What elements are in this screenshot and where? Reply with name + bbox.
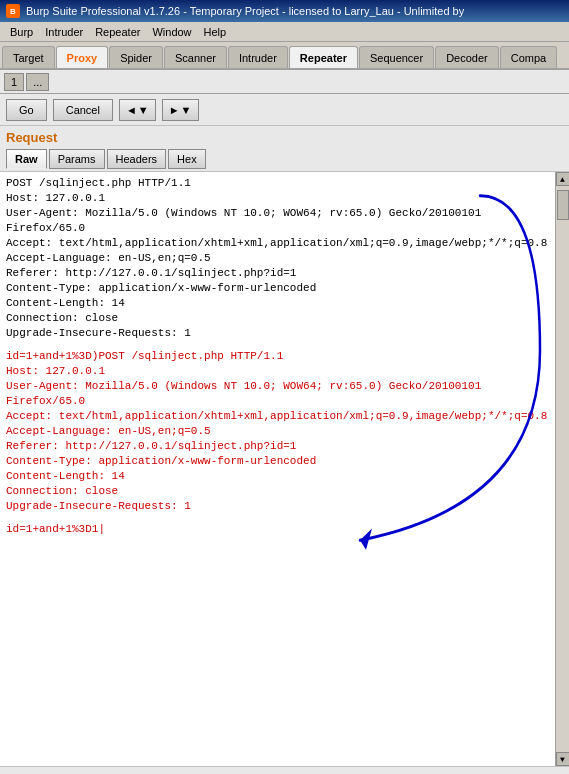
tab-compa[interactable]: Compa	[500, 46, 557, 68]
nav-forward-icon: ►	[169, 104, 180, 116]
toolbar: Go Cancel ◄ ▼ ► ▼	[0, 94, 569, 126]
nav-back-icon: ◄	[126, 104, 137, 116]
cancel-button[interactable]: Cancel	[53, 99, 113, 121]
scroll-thumb[interactable]	[557, 190, 569, 220]
req-line-5: Accept-Language: en-US,en;q=0.5	[6, 251, 549, 266]
nav-forward-button[interactable]: ► ▼	[162, 99, 199, 121]
go-button[interactable]: Go	[6, 99, 47, 121]
req-line-3: Firefox/65.0	[6, 221, 549, 236]
req-red-7: Content-Type: application/x-www-form-url…	[6, 454, 549, 469]
tab-intruder[interactable]: Intruder	[228, 46, 288, 68]
secondary-bar: 1 ...	[0, 70, 569, 94]
menu-intruder[interactable]: Intruder	[39, 24, 89, 40]
subtab-params[interactable]: Params	[49, 149, 105, 169]
tab-decoder[interactable]: Decoder	[435, 46, 499, 68]
req-last-line: id=1+and+1%3D1|	[6, 522, 549, 537]
scroll-track[interactable]	[556, 186, 570, 752]
tab-add[interactable]: ...	[26, 73, 49, 91]
scroll-up-arrow[interactable]: ▲	[556, 172, 570, 186]
req-red-1: Host: 127.0.0.1	[6, 364, 549, 379]
subtab-hex[interactable]: Hex	[168, 149, 206, 169]
app-icon: B	[6, 4, 20, 18]
req-red-8: Content-Length: 14	[6, 469, 549, 484]
req-red-3: Firefox/65.0	[6, 394, 549, 409]
spacer-1	[6, 341, 549, 349]
req-line-1: Host: 127.0.0.1	[6, 191, 549, 206]
menu-window[interactable]: Window	[146, 24, 197, 40]
req-red-5: Accept-Language: en-US,en;q=0.5	[6, 424, 549, 439]
request-text[interactable]: POST /sqlinject.php HTTP/1.1 Host: 127.0…	[0, 172, 555, 766]
req-red-10: Upgrade-Insecure-Requests: 1	[6, 499, 549, 514]
req-line-2: User-Agent: Mozilla/5.0 (Windows NT 10.0…	[6, 206, 549, 221]
sub-tab-bar: Raw Params Headers Hex	[0, 147, 569, 172]
title-text: Burp Suite Professional v1.7.26 - Tempor…	[26, 5, 563, 17]
menu-bar: Burp Intruder Repeater Window Help	[0, 22, 569, 42]
tab-sequencer[interactable]: Sequencer	[359, 46, 434, 68]
subtab-raw[interactable]: Raw	[6, 149, 47, 169]
scrollbar[interactable]: ▲ ▼	[555, 172, 569, 766]
req-red-6: Referer: http://127.0.0.1/sqlinject.php?…	[6, 439, 549, 454]
req-line-6: Referer: http://127.0.0.1/sqlinject.php?…	[6, 266, 549, 281]
tab-proxy[interactable]: Proxy	[56, 46, 109, 68]
req-line-10: Upgrade-Insecure-Requests: 1	[6, 326, 549, 341]
tab-target[interactable]: Target	[2, 46, 55, 68]
req-red-9: Connection: close	[6, 484, 549, 499]
req-red-0: id=1+and+1%3D)POST /sqlinject.php HTTP/1…	[6, 349, 549, 364]
scroll-down-arrow[interactable]: ▼	[556, 752, 570, 766]
tab-scanner[interactable]: Scanner	[164, 46, 227, 68]
watermark: REEBUF	[0, 766, 569, 774]
req-red-2: User-Agent: Mozilla/5.0 (Windows NT 10.0…	[6, 379, 549, 394]
tab-repeater[interactable]: Repeater	[289, 46, 358, 68]
content-area: POST /sqlinject.php HTTP/1.1 Host: 127.0…	[0, 172, 569, 766]
req-line-0: POST /sqlinject.php HTTP/1.1	[6, 176, 549, 191]
subtab-headers[interactable]: Headers	[107, 149, 167, 169]
nav-back-dropdown-icon: ▼	[138, 104, 149, 116]
req-red-4: Accept: text/html,application/xhtml+xml,…	[6, 409, 549, 424]
spacer-2	[6, 514, 549, 522]
tab-spider[interactable]: Spider	[109, 46, 163, 68]
request-heading: Request	[0, 126, 569, 147]
tab-number-1[interactable]: 1	[4, 73, 24, 91]
menu-help[interactable]: Help	[198, 24, 233, 40]
req-line-7: Content-Type: application/x-www-form-url…	[6, 281, 549, 296]
req-line-8: Content-Length: 14	[6, 296, 549, 311]
req-line-4: Accept: text/html,application/xhtml+xml,…	[6, 236, 549, 251]
nav-back-button[interactable]: ◄ ▼	[119, 99, 156, 121]
menu-repeater[interactable]: Repeater	[89, 24, 146, 40]
title-bar: B Burp Suite Professional v1.7.26 - Temp…	[0, 0, 569, 22]
req-line-9: Connection: close	[6, 311, 549, 326]
request-label: Request	[6, 130, 57, 145]
main-tab-bar: Target Proxy Spider Scanner Intruder Rep…	[0, 42, 569, 70]
nav-forward-dropdown-icon: ▼	[181, 104, 192, 116]
menu-burp[interactable]: Burp	[4, 24, 39, 40]
